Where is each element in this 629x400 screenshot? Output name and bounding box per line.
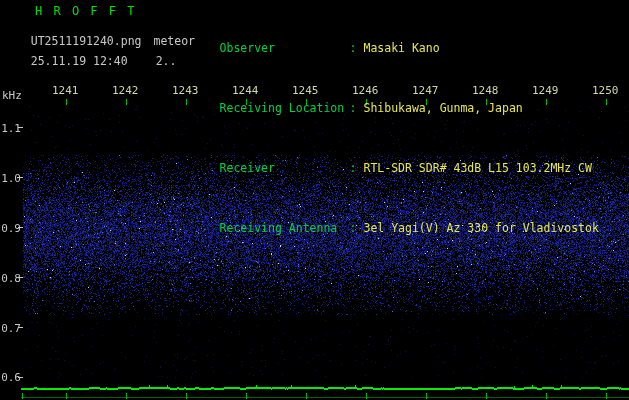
info-label: Receiving Antenna (220, 222, 350, 234)
info-separator: : (350, 101, 357, 115)
freq-tick-label: 0.9 (1, 222, 21, 235)
info-row-antenna: Receiving Antenna:3el Yagi(V) Az 330 for… (178, 210, 599, 246)
freq-tick-label: 0.8 (1, 272, 21, 285)
time-tick-label: 1241 (52, 84, 79, 97)
freq-tick-label: 1.1 (1, 122, 21, 135)
info-value: RTL-SDR SDR# 43dB L15 103.2MHz CW (363, 161, 591, 175)
time-tick-label: 1242 (112, 84, 139, 97)
info-separator: : (350, 41, 357, 55)
info-value: 3el Yagi(V) Az 330 for Vladivostok (363, 221, 598, 235)
info-row-observer: Observer:Masaki Kano (178, 30, 599, 66)
freq-tick-label: 1.0 (1, 172, 21, 185)
hrofft-screen: H R O F F T UT2511191240.pngmeteor 25.11… (0, 0, 629, 400)
time-tick-label: 1243 (172, 84, 199, 97)
time-tick-label: 1244 (232, 84, 259, 97)
freq-tick-label: 0.7 (1, 322, 21, 335)
info-separator: : (350, 161, 357, 175)
time-tick-label: 1248 (472, 84, 499, 97)
info-label: Receiver (220, 162, 350, 174)
info-label: Receiving Location (220, 102, 350, 114)
app-title: H R O F F T (35, 4, 136, 18)
time-tick-label: 1246 (352, 84, 379, 97)
echo-counter: 2.. (156, 54, 177, 68)
freq-tick-label: 0.6 (1, 371, 21, 384)
info-label: Observer (220, 42, 350, 54)
time-tick-label: 1247 (412, 84, 439, 97)
info-value: Shibukawa, Gunma, Japan (363, 101, 522, 115)
info-separator: : (350, 221, 357, 235)
freq-axis-unit: kHz (2, 89, 22, 102)
info-row-receiver: Receiver:RTL-SDR SDR# 43dB L15 103.2MHz … (178, 150, 599, 186)
observation-info: Observer:Masaki Kano Receiving Location:… (178, 6, 599, 270)
time-tick-label: 1250 (592, 84, 619, 97)
frame-datetime: 25.11.19 12:40 (31, 54, 128, 68)
info-value: Masaki Kano (363, 41, 439, 55)
time-tick-label: 1249 (532, 84, 559, 97)
time-tick-label: 1245 (292, 84, 319, 97)
date-row: 25.11.19 12:402.. (3, 40, 176, 82)
